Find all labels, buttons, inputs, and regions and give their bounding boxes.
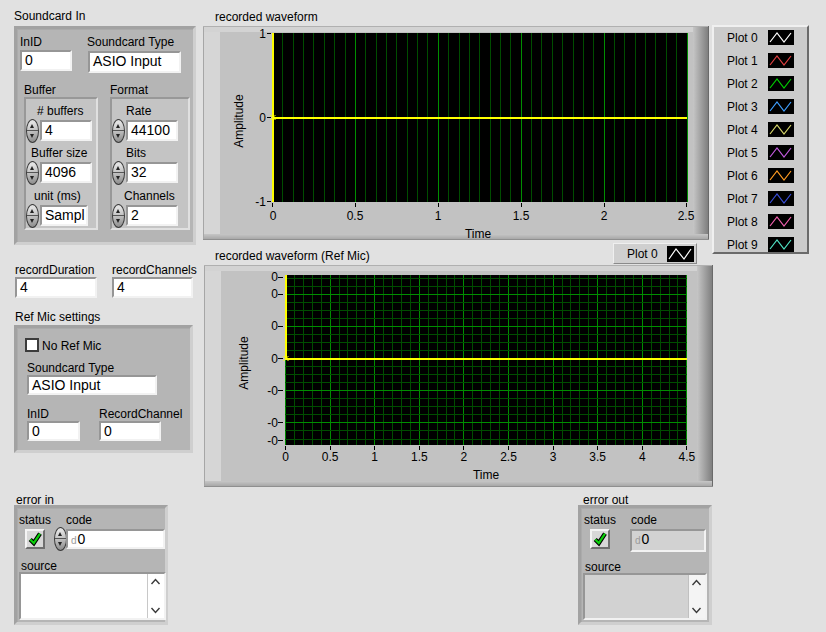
svg-text:-0: -0 (267, 416, 278, 430)
svg-text:Time: Time (473, 468, 500, 482)
svg-text:0: 0 (271, 270, 278, 284)
svg-text:2.5: 2.5 (500, 450, 517, 464)
svg-text:4: 4 (639, 450, 646, 464)
svg-text:1.5: 1.5 (411, 450, 428, 464)
svg-text:4.5: 4.5 (679, 450, 696, 464)
svg-text:2.5: 2.5 (678, 209, 695, 223)
svg-text:-0: -0 (267, 434, 278, 448)
svg-text:2: 2 (601, 209, 608, 223)
svg-text:0: 0 (282, 450, 289, 464)
svg-text:Amplitude: Amplitude (232, 94, 246, 148)
svg-text:0: 0 (271, 352, 278, 366)
svg-text:-0: -0 (267, 384, 278, 398)
svg-text:3: 3 (550, 450, 557, 464)
svg-text:1: 1 (371, 450, 378, 464)
svg-text:2: 2 (461, 450, 468, 464)
svg-text:0: 0 (270, 209, 277, 223)
svg-text:3.5: 3.5 (589, 450, 606, 464)
svg-text:1.5: 1.5 (513, 209, 530, 223)
svg-text:Time: Time (465, 227, 492, 240)
svg-text:0: 0 (271, 319, 278, 333)
svg-text:0.5: 0.5 (322, 450, 339, 464)
svg-text:1: 1 (259, 27, 266, 41)
svg-text:0: 0 (271, 287, 278, 301)
svg-text:1: 1 (435, 209, 442, 223)
svg-text:-1: -1 (255, 195, 266, 209)
svg-text:Amplitude: Amplitude (237, 336, 251, 390)
svg-text:0: 0 (259, 111, 266, 125)
svg-text:0.5: 0.5 (347, 209, 364, 223)
